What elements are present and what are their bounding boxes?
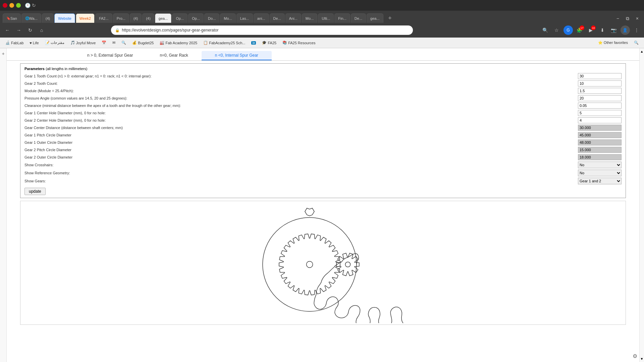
update-button[interactable]: update — [24, 188, 46, 195]
param-ref-geometry-select[interactable]: No Yes — [578, 170, 622, 176]
param-gear1-tooth-count-input[interactable] — [578, 73, 622, 79]
account-icon[interactable]: 👤 — [621, 25, 630, 35]
gear2-center-hole — [345, 262, 350, 267]
gear-type-rack[interactable]: n=0, Gear Rack — [146, 51, 201, 60]
zoom-icon[interactable]: 🔍 — [541, 25, 550, 35]
bookmark-mail[interactable]: ✉ — [110, 40, 118, 46]
sidebar-expand-icon[interactable]: + — [2, 51, 4, 56]
joyful-move-icon: 🎵 — [70, 41, 75, 45]
param-gear2-hole-input[interactable] — [578, 117, 622, 123]
bookmark-fabacademy[interactable]: 🏭 Fab Academy 2025 — [157, 40, 200, 46]
bookmark-budget[interactable]: 💰 Bugdet25 — [129, 40, 156, 46]
page-settings-icon[interactable]: ⚙ — [633, 353, 637, 359]
tab-4b[interactable]: (4) — [130, 13, 142, 23]
youtube-icon[interactable]: ▶ 18 — [586, 25, 596, 35]
tab-fin[interactable]: Fin... — [334, 13, 350, 23]
tab-gea2[interactable]: gea... — [367, 13, 383, 23]
tab-de2[interactable]: De... — [351, 13, 366, 23]
tab-4c[interactable]: (4) — [142, 13, 154, 23]
param-gear1-tooth-count-label: Gear 1 Tooth Count (n1 > 0: external gea… — [24, 74, 578, 78]
param-gear2-outer-row: Gear 2 Outer Circle Diameter — [24, 154, 622, 160]
bookmark-fablab[interactable]: 🔬 FabLab — [3, 40, 26, 46]
tab-pro[interactable]: Pro... — [113, 13, 129, 23]
param-gear1-outer-input — [578, 139, 622, 145]
tab-ulti[interactable]: Ulti... — [318, 13, 334, 23]
tab-ani2[interactable]: Ani... — [285, 13, 301, 23]
bookmark-star-icon[interactable]: ☆ — [552, 25, 561, 35]
window-close-icon[interactable]: × — [633, 16, 641, 21]
param-gear2-hole-label: Gear 2 Center Hole Diameter (mm), 0 for … — [24, 118, 578, 122]
download-icon[interactable]: ⬇ — [598, 25, 607, 35]
menu-icon[interactable]: ⋮ — [632, 25, 641, 35]
svg-point-0 — [263, 218, 357, 311]
address-text[interactable]: https://evolventdesign.com/pages/spur-ge… — [122, 28, 218, 33]
bookmark-muqtarahat[interactable]: 📝 مقترحات — [42, 40, 67, 46]
muqtarahat-icon: 📝 — [45, 41, 50, 45]
maximize-button[interactable] — [16, 3, 21, 8]
add-tab-button[interactable]: + — [385, 13, 395, 23]
param-module-input[interactable] — [578, 88, 622, 94]
bookmark-cal[interactable]: 📅 — [99, 40, 109, 46]
forward-button[interactable]: → — [14, 25, 23, 35]
param-gear2-tooth-count-input[interactable] — [578, 80, 622, 86]
bookmark-fabacademy-sch[interactable]: 📋 FabAcademy25 Sch... — [201, 40, 248, 46]
tab-fa2[interactable]: FA2... — [95, 13, 112, 23]
param-show-gears-select[interactable]: Gear 1 and 2 Gear 1 Gear 2 — [578, 178, 622, 184]
nav-icons-right: 🔍 ☆ G 🧩 17 ▶ 18 ⬇ 📷 👤 ⋮ — [541, 25, 641, 35]
parameters-title: Parameters (all lengths in millimeters) — [24, 66, 622, 71]
reload-button[interactable]: ↻ — [25, 25, 35, 35]
bookmark-joyful-move[interactable]: 🎵 Joyful Move — [68, 40, 99, 46]
gear-type-external[interactable]: n > 0, External Spur Gear — [74, 51, 146, 60]
close-button[interactable] — [3, 3, 7, 8]
ssl-icon: 🔒 — [115, 28, 120, 33]
sidebar-strip: + — [0, 48, 7, 362]
tab-de1[interactable]: De... — [270, 13, 285, 23]
bookmark-fa25[interactable]: 🎓 FA25 — [259, 40, 279, 46]
tab-san[interactable]: 🔖 San — [3, 13, 21, 23]
tab-mo2[interactable]: Mo... — [302, 13, 317, 23]
param-gear1-hole-input[interactable] — [578, 110, 622, 116]
tab-mo1[interactable]: Mo... — [220, 13, 235, 23]
home-button[interactable]: ⌂ — [37, 25, 46, 35]
history-icon[interactable]: 🕐 — [25, 3, 31, 8]
refresh-icon[interactable]: ↻ — [32, 3, 36, 8]
param-gear1-hole-label: Gear 1 Center Hole Diameter (mm), 0 for … — [24, 111, 578, 115]
tab-op2[interactable]: Op... — [188, 13, 204, 23]
bookmark-life[interactable]: ♥ Life — [27, 40, 41, 46]
gear1-group — [263, 208, 409, 323]
tab-op1[interactable]: Op... — [172, 13, 187, 23]
bookmark-linkedin[interactable]: in — [249, 40, 259, 46]
scroll-down-button[interactable]: ▼ — [639, 356, 644, 362]
param-center-distance-input — [578, 125, 622, 131]
param-gear1-pitch-input — [578, 132, 622, 138]
tab-ani[interactable]: ani... — [254, 13, 269, 23]
back-button[interactable]: ← — [3, 25, 12, 35]
other-favorites[interactable]: ⭐ Other favorites — [595, 40, 631, 46]
screenshot-icon[interactable]: 📷 — [609, 25, 619, 35]
tab-do[interactable]: Do... — [204, 13, 219, 23]
tab-4a[interactable]: (4) — [42, 13, 54, 23]
param-ref-geometry-row: Show Reference Geometry: No Yes — [24, 170, 622, 176]
bookmark-fa25-resources[interactable]: 📚 FA25 Resources — [280, 40, 318, 46]
param-pressure-angle-input[interactable] — [578, 95, 622, 101]
tab-gea-active[interactable]: gea... — [155, 13, 172, 23]
param-gear2-tooth-count-label: Gear 2 Tooth Count: — [24, 81, 578, 85]
window-restore-icon[interactable]: ⧉ — [623, 16, 632, 21]
gear1-center-hole — [307, 261, 313, 268]
param-gear2-pitch-input — [578, 147, 622, 153]
gear-type-internal[interactable]: n <0, Internal Spur Gear — [202, 51, 272, 60]
bookmark-search[interactable]: 🔍 — [119, 40, 129, 46]
tab-las[interactable]: Las... — [236, 13, 253, 23]
param-clearance-input[interactable] — [578, 103, 622, 109]
tab-week2[interactable]: Week2 — [76, 13, 95, 23]
tab-website[interactable]: Website — [54, 13, 75, 23]
search-bookmarks-icon[interactable]: 🔍 — [631, 40, 641, 46]
param-crosshairs-select[interactable]: No Yes — [578, 162, 622, 168]
minimize-button[interactable] — [9, 3, 14, 8]
extensions-icon[interactable]: 🧩 17 — [575, 25, 584, 35]
window-min-icon[interactable]: − — [614, 16, 622, 21]
gear1-teeth — [314, 253, 409, 323]
scroll-up-button[interactable]: ▲ — [639, 48, 644, 55]
tab-wa[interactable]: 🌐 Wa... — [21, 13, 41, 23]
profile-icon[interactable]: G — [564, 25, 573, 35]
